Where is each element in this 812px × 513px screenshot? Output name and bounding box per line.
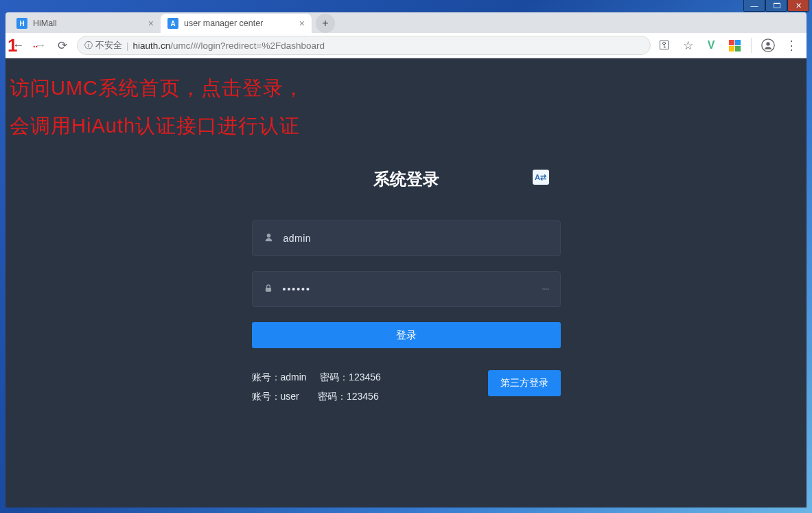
window-titlebar: — 🗖 ✕ (0, 0, 812, 12)
vue-devtools-icon[interactable]: V (704, 38, 718, 52)
user-icon (264, 232, 274, 244)
profile-avatar-icon[interactable] (761, 38, 775, 52)
username-input[interactable] (283, 233, 549, 244)
close-icon[interactable]: × (148, 19, 154, 28)
hint-pass1: 密码：123456 (320, 372, 381, 383)
favicon-icon: A (167, 18, 178, 29)
separator (751, 38, 752, 53)
svg-point-2 (266, 233, 270, 238)
new-tab-button[interactable]: + (316, 14, 335, 33)
annotation-step-number: 1 (8, 35, 17, 56)
tab-strip: H HiMall × A user manager center × + (5, 12, 807, 33)
insecure-label: 不安全 (95, 39, 122, 52)
tab-title: HiMall (33, 19, 143, 28)
annotation-overlay: 访问UMC系统首页，点击登录， 会调用HiAuth认证接口进行认证 (10, 69, 304, 145)
window-minimize-button[interactable]: — (743, 0, 765, 12)
window-close-button[interactable]: ✕ (787, 0, 809, 12)
reload-button[interactable]: ⟳ (55, 38, 70, 53)
tab-himall[interactable]: H HiMall × (10, 14, 161, 33)
tab-title: user manager center (184, 19, 294, 28)
svg-point-1 (766, 42, 769, 45)
third-party-login-button[interactable]: 第三方登录 (488, 370, 561, 396)
favicon-icon: H (16, 18, 27, 29)
url-text: hiauth.cn/umc/#/login?redirect=%2Fdashbo… (132, 41, 325, 51)
browser-menu-icon[interactable]: ⋮ (785, 38, 798, 52)
close-icon[interactable]: × (299, 19, 305, 28)
username-field[interactable] (252, 220, 561, 256)
hint-user1: 账号：admin (252, 372, 307, 383)
svg-rect-3 (265, 288, 270, 292)
eye-toggle-icon[interactable]: ᵕᵕ (542, 284, 549, 295)
password-field[interactable]: ᵕᵕ (252, 271, 561, 307)
window-maximize-button[interactable]: 🗖 (765, 0, 787, 12)
annotation-line1: 访问UMC系统首页，点击登录， (10, 69, 304, 107)
page-viewport: 访问UMC系统首页，点击登录， 会调用HiAuth认证接口进行认证 系统登录 A… (5, 58, 807, 508)
login-hints: 账号：admin 密码：123456 账号：user 密码：123456 (252, 367, 381, 406)
separator: | (126, 41, 128, 51)
tab-umc[interactable]: A user manager center × (161, 14, 312, 33)
bookmark-star-icon[interactable]: ☆ (681, 38, 695, 52)
language-badge-icon[interactable]: A⇄ (533, 170, 549, 185)
address-bar[interactable]: ⓘ 不安全 | hiauth.cn/umc/#/login?redirect=%… (77, 36, 651, 55)
extension-colorsquare-icon[interactable] (728, 38, 741, 52)
lock-icon (264, 283, 273, 295)
key-icon[interactable]: ⚿ (658, 38, 671, 52)
password-input[interactable] (283, 284, 533, 295)
hint-pass2: 密码：123456 (318, 391, 379, 402)
annotation-line2: 会调用HiAuth认证接口进行认证 (10, 107, 304, 145)
login-form: 系统登录 A⇄ ᵕᵕ 登录 账号：admin 密码：12345 (252, 168, 561, 406)
info-icon: ⓘ (84, 40, 93, 52)
address-toolbar: ← → ⟳ ⓘ 不安全 | hiauth.cn/umc/#/login?redi… (5, 33, 807, 58)
annotation-dots: ·· (32, 38, 37, 54)
hint-user2: 账号：user (252, 391, 299, 402)
login-title: 系统登录 A⇄ (373, 168, 439, 190)
login-button[interactable]: 登录 (252, 322, 561, 348)
